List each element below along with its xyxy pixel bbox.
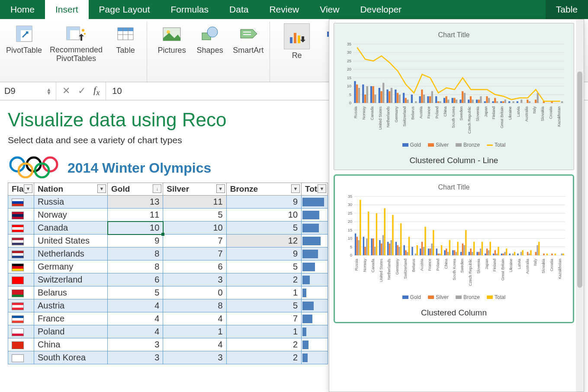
col-header-flag[interactable]: Flag▼: [8, 183, 34, 196]
cancel-icon[interactable]: ✕: [62, 85, 70, 96]
col-header-silver[interactable]: Silver▼: [163, 183, 226, 196]
table-row[interactable]: Netherlands879: [8, 247, 328, 260]
recommended-charts-button[interactable]: Re: [280, 23, 314, 80]
filter-icon[interactable]: ▼: [97, 184, 106, 193]
silver-cell[interactable]: 4: [163, 338, 226, 351]
tab-page-layout[interactable]: Page Layout: [89, 0, 161, 19]
nation-cell: Canada: [34, 222, 108, 235]
name-box[interactable]: D9 ▲▼: [0, 82, 56, 100]
bronze-cell[interactable]: 7: [226, 312, 301, 325]
panel-scrollbar[interactable]: [576, 19, 584, 392]
gold-cell[interactable]: 4: [108, 325, 163, 338]
pictures-button[interactable]: Pictures: [157, 23, 187, 80]
gold-cell[interactable]: 10: [108, 222, 163, 235]
shapes-button[interactable]: Shapes: [195, 23, 225, 80]
table-row[interactable]: Russia13119: [8, 196, 328, 209]
nation-cell: Poland: [34, 325, 108, 338]
bronze-cell[interactable]: 5: [226, 299, 301, 312]
filter-icon[interactable]: ▼: [216, 184, 225, 193]
bronze-cell[interactable]: 12: [226, 235, 301, 247]
gold-cell[interactable]: 9: [108, 235, 163, 247]
gold-cell[interactable]: 3: [108, 338, 163, 351]
bronze-cell[interactable]: 1: [226, 325, 301, 338]
tab-insert[interactable]: Insert: [45, 0, 89, 19]
recommended-pivottables-button[interactable]: Recommended PivotTables: [50, 23, 103, 80]
silver-cell[interactable]: 3: [163, 273, 226, 286]
table-row[interactable]: China342: [8, 338, 328, 351]
filter-icon[interactable]: ▼: [24, 184, 32, 193]
svg-text:35: 35: [348, 195, 352, 199]
table-button[interactable]: Table: [110, 23, 141, 80]
gold-cell[interactable]: 11: [108, 209, 163, 222]
svg-rect-253: [489, 242, 491, 255]
filter-icon[interactable]: ▼: [318, 184, 326, 193]
tab-review[interactable]: Review: [259, 0, 309, 19]
silver-cell[interactable]: 0: [163, 286, 226, 299]
bronze-cell[interactable]: 1: [226, 286, 301, 299]
tab-data[interactable]: Data: [219, 0, 259, 19]
namebox-stepper[interactable]: ▲▼: [46, 88, 51, 95]
col-header-gold[interactable]: Gold↓: [108, 183, 163, 196]
silver-cell[interactable]: 11: [163, 196, 226, 209]
svg-rect-270: [517, 254, 518, 255]
table-row[interactable]: United States9712: [8, 235, 328, 247]
pivottable-button[interactable]: PivotTable: [6, 23, 42, 80]
silver-cell[interactable]: 6: [163, 260, 226, 273]
bronze-cell[interactable]: 5: [226, 222, 301, 235]
ribbon-tabs: Home Insert Page Layout Formulas Data Re…: [0, 0, 588, 19]
bronze-cell[interactable]: 2: [226, 338, 301, 351]
gold-cell[interactable]: 4: [108, 312, 163, 325]
table-row[interactable]: France447: [8, 312, 328, 325]
bronze-cell[interactable]: 2: [226, 351, 301, 364]
gold-cell[interactable]: 8: [108, 247, 163, 260]
smartart-button[interactable]: SmartArt: [233, 23, 263, 80]
table-row[interactable]: Belarus501: [8, 286, 328, 299]
silver-cell[interactable]: 8: [163, 299, 226, 312]
bronze-cell[interactable]: 2: [226, 273, 301, 286]
silver-cell[interactable]: 7: [163, 247, 226, 260]
col-header-nation[interactable]: Nation▼: [34, 183, 108, 196]
confirm-icon[interactable]: ✓: [78, 85, 86, 96]
bronze-cell[interactable]: 10: [226, 209, 301, 222]
formula-value[interactable]: 10: [106, 82, 122, 100]
gold-cell[interactable]: 5: [108, 286, 163, 299]
filter-icon[interactable]: ↓: [153, 184, 161, 193]
silver-cell[interactable]: 4: [163, 312, 226, 325]
silver-cell[interactable]: 10: [163, 222, 226, 235]
table-row[interactable]: Norway11510: [8, 209, 328, 222]
col-header-total[interactable]: Total▼: [302, 183, 328, 196]
gold-cell[interactable]: 6: [108, 273, 163, 286]
svg-rect-115: [486, 96, 488, 103]
tab-view[interactable]: View: [309, 0, 350, 19]
col-header-bronze[interactable]: Bronze▼: [226, 183, 301, 196]
svg-text:Great Britain: Great Britain: [500, 106, 504, 129]
silver-cell[interactable]: 1: [163, 325, 226, 338]
silver-cell[interactable]: 5: [163, 209, 226, 222]
table-row[interactable]: Poland411: [8, 325, 328, 338]
legend-item: Total: [487, 294, 505, 300]
svg-rect-183: [376, 213, 377, 255]
silver-cell[interactable]: 7: [163, 235, 226, 247]
reco-chart-clustered-column[interactable]: Chart Title 05101520253035RussiaNorwayCa…: [334, 174, 574, 323]
silver-cell[interactable]: 3: [163, 351, 226, 364]
table-row[interactable]: Switzerland632: [8, 273, 328, 286]
gold-cell[interactable]: 3: [108, 351, 163, 364]
tab-table[interactable]: Table: [546, 0, 588, 19]
gold-cell[interactable]: 8: [108, 260, 163, 273]
reco-chart-col-line[interactable]: Chart Title 05101520253035RussiaNorwayCa…: [334, 23, 574, 170]
tab-developer[interactable]: Developer: [350, 0, 412, 19]
bronze-cell[interactable]: 9: [226, 247, 301, 260]
tab-home[interactable]: Home: [0, 0, 45, 19]
bronze-cell[interactable]: 9: [226, 196, 301, 209]
table-row[interactable]: Canada10105: [8, 222, 328, 235]
gold-cell[interactable]: 13: [108, 196, 163, 209]
table-row[interactable]: South Korea332: [8, 351, 328, 364]
filter-icon[interactable]: ▼: [291, 184, 300, 193]
tab-formulas[interactable]: Formulas: [161, 0, 219, 19]
table-row[interactable]: Germany865: [8, 260, 328, 273]
fx-icon[interactable]: fx: [93, 84, 100, 97]
bronze-cell[interactable]: 5: [226, 260, 301, 273]
gold-cell[interactable]: 4: [108, 299, 163, 312]
table-row[interactable]: Austria485: [8, 299, 328, 312]
svg-rect-251: [486, 248, 488, 255]
